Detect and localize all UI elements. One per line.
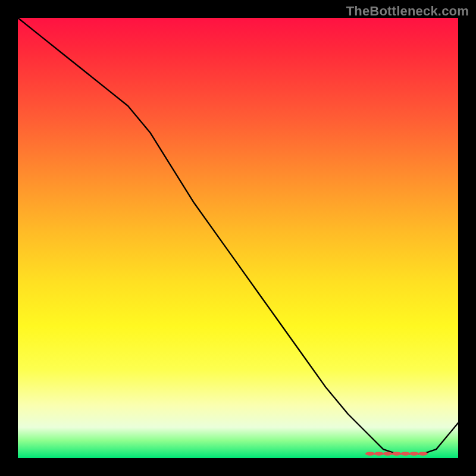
optimal-marker xyxy=(383,452,393,455)
curve-layer xyxy=(18,18,458,458)
optimal-marker xyxy=(409,452,419,455)
plot-area xyxy=(18,18,458,458)
optimal-marker xyxy=(374,452,384,455)
optimal-marker xyxy=(392,452,401,455)
optimal-range-markers xyxy=(365,452,428,455)
chart-frame: TheBottleneck.com xyxy=(0,0,476,476)
bottleneck-curve xyxy=(18,18,458,454)
optimal-marker xyxy=(418,452,428,455)
optimal-marker xyxy=(400,452,410,455)
watermark-text: TheBottleneck.com xyxy=(346,4,469,19)
optimal-marker xyxy=(365,452,375,455)
